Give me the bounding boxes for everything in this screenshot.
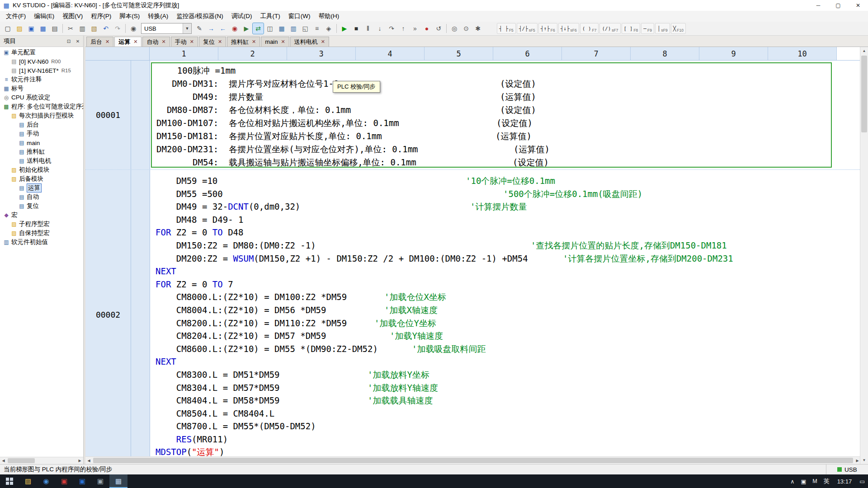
tree-item-init-module[interactable]: ▨初始化模块 (0, 165, 83, 174)
tab-main[interactable]: main✕ (261, 37, 289, 47)
contact-fall-button[interactable]: ┤↓├sF6 (558, 23, 579, 34)
read-from-plc-icon[interactable]: ← (217, 23, 228, 34)
row-content[interactable]: DM59 =10'10个脉冲=位移0.1mm DM55 =500'500个脉冲=… (150, 170, 833, 459)
scroll-left-icon[interactable]: ◀ (85, 457, 92, 464)
coil-button[interactable]: ( )F7 (580, 23, 599, 34)
delete-line-button[interactable]: ╳F10 (671, 23, 686, 34)
menu-item-5[interactable]: 转换(A) (144, 11, 172, 22)
scroll-right-icon[interactable]: ▶ (76, 457, 83, 464)
tab-backstage[interactable]: 后台✕ (86, 37, 113, 47)
tree-item-main[interactable]: ▤main (0, 138, 83, 147)
print-icon[interactable]: ▤ (49, 23, 60, 34)
app-red-icon[interactable]: ▣ (55, 474, 73, 488)
simulator-icon[interactable]: ▶ (241, 23, 252, 34)
reset-icon[interactable]: ↺ (433, 23, 444, 34)
menu-item-1[interactable]: 编辑(E) (30, 11, 58, 22)
tree-item-device-initial[interactable]: ▥软元件初始值 (0, 238, 83, 247)
stop-icon[interactable]: ■ (351, 23, 362, 34)
tree-item-manual[interactable]: ▤手动 (0, 129, 83, 138)
menu-item-3[interactable]: 程序(P) (87, 11, 115, 22)
clock[interactable]: 13:17 (833, 474, 857, 488)
editor-mode-icon[interactable]: ✎ (194, 23, 205, 34)
app-blue-icon[interactable]: ▣ (73, 474, 91, 488)
step-out-icon[interactable]: ↑ (398, 23, 409, 34)
timer-chart-icon[interactable]: ⊙ (461, 23, 472, 34)
tree-item-backstage[interactable]: ▤后台 (0, 120, 83, 129)
comment-block[interactable]: 100脉冲 =1mm DM0-DM31: 摆片序号对应材料仓位号1-8(设定值)… (151, 62, 832, 168)
tree-item-scan-modules[interactable]: ▨每次扫描执行型模块 (0, 111, 83, 120)
scroll-left-icon[interactable]: ◀ (0, 457, 7, 464)
tree-item-push-cylinder[interactable]: ▤推料缸 (0, 147, 83, 156)
open-folder-icon[interactable]: ▨ (14, 23, 25, 34)
close-icon[interactable]: ✕ (190, 39, 194, 45)
step-in-icon[interactable]: ↓ (374, 23, 385, 34)
action-center-icon[interactable]: ▭ (856, 474, 868, 488)
minimize-button[interactable]: ─ (808, 0, 828, 11)
tree-item-feed-motor[interactable]: ▤送料电机 (0, 156, 83, 165)
contact-closed-button[interactable]: ┤/├sF5 (517, 23, 538, 34)
tree-item-cpu-system[interactable]: ◎CPU 系统设定 (0, 93, 83, 102)
scroll-up-icon[interactable]: ▲ (860, 47, 868, 55)
run-icon[interactable]: ▶ (339, 23, 350, 34)
redo-icon[interactable]: ↷ (112, 23, 123, 34)
panel-close-icon[interactable]: ✕ (74, 38, 81, 45)
close-button[interactable]: ✕ (848, 0, 868, 11)
close-icon[interactable]: ✕ (252, 39, 256, 45)
tree-item-program[interactable]: ▩程序: 多仓位可随意设定序列摆放 (0, 102, 83, 111)
file-explorer-icon[interactable]: ▨ (19, 474, 37, 488)
transfer-to-plc-icon[interactable]: → (206, 23, 217, 34)
plc-monitor-icon[interactable]: ◫ (264, 23, 275, 34)
copy-icon[interactable]: ▥ (77, 23, 88, 34)
menu-item-7[interactable]: 调试(D) (227, 11, 256, 22)
scrollbar-thumb[interactable] (93, 458, 853, 463)
contact-rise-button[interactable]: ┤↑├F6 (538, 23, 557, 34)
vline-button[interactable]: │sF9 (655, 23, 670, 34)
close-icon[interactable]: ✕ (281, 39, 285, 45)
new-file-icon[interactable]: ▢ (2, 23, 13, 34)
undo-icon[interactable]: ↶ (100, 23, 111, 34)
cut-icon[interactable]: ✂ (65, 23, 76, 34)
coil-not-button[interactable]: (/)sF7 (599, 23, 620, 34)
sidebar-horizontal-scrollbar[interactable]: ◀ ▶ (0, 457, 83, 464)
browser-icon[interactable]: ◉ (37, 474, 55, 488)
close-icon[interactable]: ✕ (133, 39, 137, 45)
menu-item-0[interactable]: 文件(F) (2, 11, 30, 22)
save-icon[interactable]: ▣ (26, 23, 37, 34)
tab-push-cylinder[interactable]: 推料缸✕ (227, 37, 260, 47)
kv-studio-taskbar-icon[interactable]: ▦ (109, 474, 127, 488)
editor-vertical-scrollbar[interactable]: ▲ ▼ (860, 47, 868, 464)
tree-item-kv-n60[interactable]: ▤[0] KV-N60R00 (0, 57, 83, 66)
chevron-down-icon[interactable]: ▼ (183, 23, 191, 33)
connection-select[interactable]: USB▼ (141, 23, 192, 34)
tree-item-macro[interactable]: ◆宏 (0, 211, 83, 220)
menu-item-9[interactable]: 窗口(W) (284, 11, 315, 22)
editor-horizontal-scrollbar[interactable]: ◀ ▶ (85, 456, 861, 464)
pause-icon[interactable]: ‖ (363, 23, 373, 34)
paste-icon[interactable]: ▧ (89, 23, 99, 34)
app-gray-icon[interactable]: ▣ (91, 474, 109, 488)
scrollbar-thumb[interactable] (861, 56, 867, 132)
close-icon[interactable]: ✕ (218, 39, 222, 45)
tab-auto[interactable]: 自动✕ (142, 37, 170, 47)
input-language-indicator[interactable]: 英 (821, 474, 833, 488)
close-icon[interactable]: ✕ (321, 39, 325, 45)
tree-item-operation[interactable]: ▤运算 (0, 183, 83, 192)
close-icon[interactable]: ✕ (161, 39, 165, 45)
tray-display-icon[interactable]: ▣ (797, 474, 809, 488)
tree-item-label[interactable]: ▦标号 (0, 84, 83, 93)
tree-item-kv-n16et[interactable]: ▤[1] KV-N16ET*R15 (0, 66, 83, 75)
contact-open-button[interactable]: ┤ ├F5 (497, 23, 516, 34)
run-to-cursor-icon[interactable]: » (410, 23, 420, 34)
breakpoint-icon[interactable]: ● (421, 23, 432, 34)
start-button[interactable] (0, 474, 19, 488)
menu-item-10[interactable]: 帮助(H) (314, 11, 343, 22)
scroll-down-icon[interactable]: ▼ (860, 456, 868, 464)
monitor-mode-icon[interactable]: ◉ (229, 23, 240, 34)
batch-monitor-icon[interactable]: ▥ (288, 23, 299, 34)
registration-monitor-icon[interactable]: ▦ (276, 23, 287, 34)
device-comment-icon[interactable]: ≡ (311, 23, 322, 34)
menu-item-4[interactable]: 脚本(S) (115, 11, 144, 22)
maximize-button[interactable]: ▢ (828, 0, 848, 11)
menu-item-8[interactable]: 工具(T) (256, 11, 284, 22)
tree-item-auto[interactable]: ▤自动 (0, 192, 83, 202)
